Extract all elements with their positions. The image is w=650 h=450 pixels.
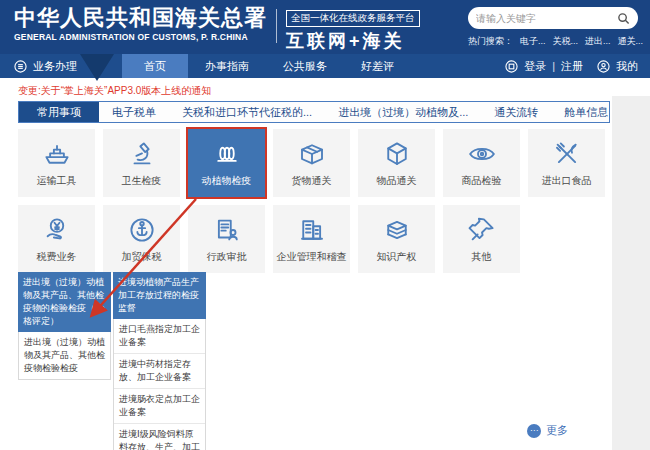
popup-menu-item[interactable]: 进出境（过境）动植物及其产品、其他检疫物检验检疫 bbox=[19, 332, 110, 379]
popup-menu-item[interactable]: 进口毛燕指定加工企业备案 bbox=[114, 319, 205, 354]
nav-tab-home[interactable]: 首页 bbox=[122, 54, 188, 78]
category-tab-animal-plant[interactable]: 进出境（过境）动植物及... bbox=[325, 102, 481, 122]
grid-item-enterprise-management[interactable]: 企业管理和稽查 bbox=[273, 205, 350, 273]
approval-doc-icon bbox=[212, 215, 242, 245]
food-icon bbox=[552, 139, 582, 169]
menu-icon bbox=[14, 60, 27, 73]
page-gutter bbox=[612, 96, 650, 450]
grid-item-label: 商品检验 bbox=[462, 174, 502, 188]
hot-search-item[interactable]: 进出... bbox=[585, 35, 611, 48]
login-register-divider: | bbox=[552, 60, 555, 72]
popup-menu-item[interactable]: 进境Ⅰ级风险饲料原料存放、生产、加工过程的检疫监督 bbox=[114, 424, 205, 450]
my-account-link[interactable]: 我的 bbox=[616, 59, 638, 74]
user-icon bbox=[597, 60, 610, 73]
grid-item-label: 知识产权 bbox=[377, 250, 417, 264]
grid-item-label: 物品通关 bbox=[377, 174, 417, 188]
grid-item-label: 货物通关 bbox=[292, 174, 332, 188]
register-link[interactable]: 注册 bbox=[561, 59, 583, 74]
grid-item-tax-services[interactable]: 税费业务 bbox=[18, 205, 95, 273]
category-tab-tariff[interactable]: 关税和进口环节代征税的... bbox=[169, 102, 325, 122]
search-input[interactable] bbox=[476, 13, 617, 24]
more-link[interactable]: ⋯ 更多 bbox=[527, 423, 568, 438]
popup-menu-item[interactable]: 进境肠衣定点加工企业备案 bbox=[114, 389, 205, 424]
grid-item-label: 进出口食品 bbox=[542, 174, 592, 188]
category-tab-manifest[interactable]: 舱单信息 bbox=[551, 102, 621, 122]
business-menu-label: 业务办理 bbox=[33, 59, 77, 74]
site-header: 中华人民共和国海关总署 GENERAL ADMINISTRATION OF CU… bbox=[0, 0, 650, 54]
site-logo[interactable]: 中华人民共和国海关总署 GENERAL ADMINISTRATION OF CU… bbox=[14, 5, 267, 42]
category-tab-bar: 常用事项 电子税单 关税和进口环节代征税的... 进出境（过境）动植物及... … bbox=[18, 101, 610, 123]
grid-item-label: 动植物检疫 bbox=[202, 174, 252, 188]
eye-icon bbox=[467, 139, 497, 169]
books-icon bbox=[382, 215, 412, 245]
grid-item-animal-plant-quarantine[interactable]: 动植物检疫 bbox=[188, 129, 265, 197]
business-menu-button[interactable]: 业务办理 bbox=[14, 54, 77, 78]
more-icon: ⋯ bbox=[527, 424, 541, 438]
hot-search-item[interactable]: 关税... bbox=[553, 35, 579, 48]
grid-item-label: 卫生检疫 bbox=[122, 174, 162, 188]
tax-coin-icon bbox=[42, 215, 72, 245]
grid-item-transport[interactable]: 运输工具 bbox=[18, 129, 95, 197]
category-tab-clearance-flow[interactable]: 通关流转 bbox=[481, 102, 551, 122]
nav-account-area: 登录 | 注册 我的 bbox=[505, 54, 638, 78]
plant-quarantine-icon bbox=[212, 139, 242, 169]
grid-item-label: 加贸保税 bbox=[122, 250, 162, 264]
nav-tabs: 首页 办事指南 公共服务 好差评 bbox=[122, 54, 411, 78]
hot-search-bar: 热门搜索： 电子... 关税... 进出... 通关... bbox=[468, 35, 643, 48]
grid-item-label: 行政审批 bbox=[207, 250, 247, 264]
search-box[interactable] bbox=[468, 7, 638, 29]
grid-item-label: 税费业务 bbox=[37, 250, 77, 264]
grid-item-other[interactable]: 其他 bbox=[443, 205, 520, 273]
cube-icon bbox=[382, 139, 412, 169]
grid-item-intellectual-property[interactable]: 知识产权 bbox=[358, 205, 435, 273]
popup-inspection-menu: 进出境（过境）动植物及其产品、其他检疫物的检验检疫（合格评定） 进出境（过境）动… bbox=[18, 272, 111, 380]
grid-item-label: 企业管理和稽查 bbox=[277, 250, 347, 264]
grid-item-article-clearance[interactable]: 物品通关 bbox=[358, 129, 435, 197]
microscope-icon bbox=[127, 139, 157, 169]
grid-item-administrative-approval[interactable]: 行政审批 bbox=[188, 205, 265, 273]
hot-search-item[interactable]: 电子... bbox=[520, 35, 546, 48]
grid-item-label: 其他 bbox=[472, 250, 492, 264]
pin-icon bbox=[467, 215, 497, 245]
grid-item-label: 运输工具 bbox=[37, 174, 77, 188]
grid-item-commodity-inspection[interactable]: 商品检验 bbox=[443, 129, 520, 197]
popup-header[interactable]: 进境动植物产品生产加工存放过程的检疫监督 bbox=[113, 272, 206, 319]
login-icon bbox=[505, 60, 518, 73]
login-link[interactable]: 登录 bbox=[524, 59, 546, 74]
header-divider bbox=[276, 9, 277, 43]
ship-icon bbox=[42, 139, 72, 169]
more-label: 更多 bbox=[546, 423, 568, 438]
building-icon bbox=[297, 215, 327, 245]
site-title-cn: 中华人民共和国海关总署 bbox=[14, 5, 267, 31]
popup-supervision-menu: 进境动植物产品生产加工存放过程的检疫监督 进口毛燕指定加工企业备案 进境中药材指… bbox=[113, 272, 206, 450]
customs-portal-page: 中华人民共和国海关总署 GENERAL ADMINISTRATION OF CU… bbox=[0, 0, 650, 450]
platform-badge: 全国一体化在线政务服务平台 bbox=[286, 10, 420, 27]
platform-name: 互联网+海关 bbox=[286, 29, 420, 53]
menu-pennant-arrow bbox=[80, 54, 114, 81]
site-title-en: GENERAL ADMINISTRATION OF CUSTOMS, P. R.… bbox=[14, 32, 267, 42]
category-tab-etax[interactable]: 电子税单 bbox=[99, 102, 169, 122]
notice-link[interactable]: 变更:关于“掌上海关”APP3.0版本上线的通知 bbox=[18, 84, 211, 98]
platform-brand: 全国一体化在线政务服务平台 互联网+海关 bbox=[286, 7, 420, 53]
category-tab-common[interactable]: 常用事项 bbox=[19, 102, 99, 122]
nav-tab-guide[interactable]: 办事指南 bbox=[188, 54, 266, 78]
grid-item-health-quarantine[interactable]: 卫生检疫 bbox=[103, 129, 180, 197]
grid-item-import-export-food[interactable]: 进出口食品 bbox=[528, 129, 605, 197]
main-nav: 业务办理 首页 办事指南 公共服务 好差评 登录 | 注册 我的 bbox=[0, 54, 650, 78]
grid-item-processing-bonded[interactable]: 加贸保税 bbox=[103, 205, 180, 273]
hot-search-label: 热门搜索： bbox=[468, 35, 513, 48]
popup-menu-item[interactable]: 进境中药材指定存放、加工企业备案 bbox=[114, 354, 205, 389]
popup-header[interactable]: 进出境（过境）动植物及其产品、其他检疫物的检验检疫（合格评定） bbox=[18, 272, 111, 332]
anchor-icon bbox=[127, 215, 157, 245]
nav-tab-rating[interactable]: 好差评 bbox=[344, 54, 411, 78]
cargo-box-icon bbox=[297, 139, 327, 169]
hot-search-item[interactable]: 通关... bbox=[618, 35, 644, 48]
nav-tab-public-service[interactable]: 公共服务 bbox=[266, 54, 344, 78]
grid-item-cargo-clearance[interactable]: 货物通关 bbox=[273, 129, 350, 197]
search-icon[interactable] bbox=[617, 12, 630, 25]
